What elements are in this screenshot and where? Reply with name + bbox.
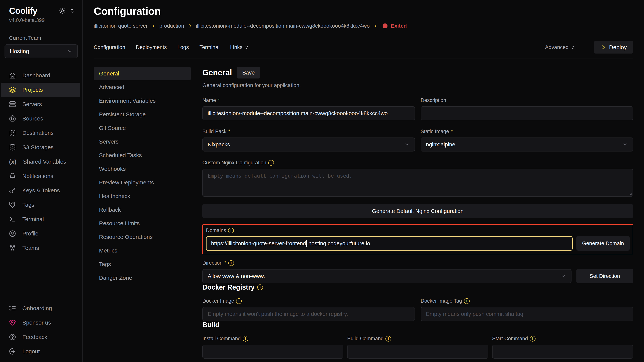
build-pack-label: Build Pack [202,129,226,134]
domains-input[interactable]: https://illicitonion-quote-server-fronte… [206,236,573,251]
generate-domain-button[interactable]: Generate Domain [576,236,630,251]
breadcrumb-project[interactable]: illicitonion quote server [94,23,148,29]
theme-select-button[interactable] [70,8,75,13]
info-icon[interactable]: i [386,336,391,342]
static-image-select[interactable]: nginx:alpine [421,137,633,151]
subnav-general[interactable]: General [94,67,191,80]
sidebar-item-sponsor-us[interactable]: Sponsor us [0,316,82,330]
main-content: Configuration illicitonion quote server … [83,0,644,362]
sidebar-item-profile[interactable]: Profile [0,226,82,241]
subnav-git-source[interactable]: Git Source [94,121,191,135]
subnav-scheduled-tasks[interactable]: Scheduled Tasks [94,148,191,162]
layers-icon [9,86,16,93]
required-asterisk: * [451,129,453,134]
sidebar-footer: Onboarding Sponsor us Feedback Logout [0,301,82,359]
info-icon[interactable]: i [464,298,470,304]
sidebar-item-sources[interactable]: Sources [0,111,82,126]
domains-highlight-box: Domainsi https://illicitonion-quote-serv… [202,224,633,254]
config-subnav: General Advanced Environment Variables P… [94,67,191,362]
subnav-servers[interactable]: Servers [94,135,191,148]
sidebar-item-s3-storages[interactable]: S3 Storages [0,140,82,155]
tab-logs[interactable]: Logs [177,44,189,50]
list-checks-icon [9,305,16,312]
subnav-environment-variables[interactable]: Environment Variables [94,94,191,108]
info-icon[interactable]: i [257,285,263,290]
subnav-rollback[interactable]: Rollback [94,203,191,217]
install-command-input[interactable] [202,345,344,359]
server-icon [9,101,16,108]
set-direction-button[interactable]: Set Direction [576,269,633,283]
subnav-persistent-storage[interactable]: Persistent Storage [94,108,191,121]
sidebar-item-logout[interactable]: Logout [0,344,82,359]
subnav-healthcheck[interactable]: Healthcheck [94,189,191,203]
subnav-webhooks[interactable]: Webhooks [94,162,191,176]
domains-label: Domains [206,228,226,233]
sidebar-item-feedback[interactable]: Feedback [0,330,82,344]
docker-image-tag-input[interactable] [421,307,633,321]
tab-terminal[interactable]: Terminal [200,44,220,50]
info-icon[interactable]: i [530,336,536,342]
subnav-advanced[interactable]: Advanced [94,80,191,94]
subnav-preview-deployments[interactable]: Preview Deployments [94,176,191,189]
subnav-resource-operations[interactable]: Resource Operations [94,230,191,244]
team-select[interactable]: Hosting [4,44,78,58]
database-icon [9,144,16,151]
team-select-value: Hosting [10,48,29,54]
chevron-down-icon [560,273,566,279]
sidebar-item-notifications[interactable]: Notifications [0,169,82,183]
advanced-dropdown[interactable]: Advanced [545,44,575,50]
sidebar-item-label: Servers [22,101,42,107]
description-field-group: Description [421,97,633,120]
subnav-metrics[interactable]: Metrics [94,244,191,257]
subnav-resource-limits[interactable]: Resource Limits [94,217,191,230]
sidebar-item-label: Destinations [22,130,54,136]
subnav-tags[interactable]: Tags [94,257,191,271]
docker-image-label: Docker Image [202,298,234,304]
sidebar-item-projects[interactable]: Projects [1,83,80,97]
sidebar-item-label: Profile [22,230,38,237]
sidebar-item-label: Logout [22,348,40,355]
info-icon[interactable]: i [268,160,274,166]
direction-select[interactable]: Allow www & non-www. [202,269,572,283]
build-command-input[interactable] [347,345,488,359]
build-heading: Build [202,321,633,329]
docker-image-input[interactable] [202,307,415,321]
sidebar-item-teams[interactable]: Teams [0,241,82,255]
home-icon [9,72,16,79]
tag-icon [9,201,16,208]
sidebar-item-tags[interactable]: Tags [0,198,82,212]
required-asterisk: * [224,260,226,266]
info-icon[interactable]: i [228,228,234,233]
subnav-danger-zone[interactable]: Danger Zone [94,271,191,285]
sidebar-item-shared-variables[interactable]: (x) Shared Variables [0,155,82,169]
build-pack-select[interactable]: Nixpacks [202,137,415,151]
tab-links[interactable]: Links [230,44,249,50]
sidebar-item-label: Dashboard [22,72,50,79]
name-input[interactable] [202,106,415,120]
general-form: General Save General configuration for y… [202,67,633,362]
sidebar-item-servers[interactable]: Servers [0,97,82,111]
breadcrumb-application[interactable]: illicitestonion/-module--decomposition:m… [196,23,370,29]
generate-nginx-button[interactable]: Generate Default Nginx Configuration [202,204,633,218]
info-icon[interactable]: i [228,260,234,266]
sidebar-item-terminal[interactable]: Terminal [0,212,82,226]
name-field-group: Name* [202,97,415,120]
tab-configuration[interactable]: Configuration [94,44,125,50]
description-input[interactable] [421,106,633,120]
sidebar-item-dashboard[interactable]: Dashboard [0,68,82,83]
theme-toggle-button[interactable] [59,7,66,14]
sidebar-item-onboarding[interactable]: Onboarding [0,301,82,316]
info-icon[interactable]: i [236,298,242,304]
breadcrumb-environment[interactable]: production [160,23,184,29]
deploy-button[interactable]: Deploy [594,41,633,53]
sidebar-item-destinations[interactable]: Destinations [0,126,82,140]
save-button[interactable]: Save [237,67,260,78]
parentheses-x-icon: (x) [9,158,17,165]
resize-handle-icon[interactable] [629,192,632,195]
start-command-input[interactable] [492,345,633,359]
sidebar-item-keys-tokens[interactable]: Keys & Tokens [0,183,82,198]
tab-deployments[interactable]: Deployments [136,44,167,50]
sidebar-item-label: Sponsor us [22,320,51,326]
custom-nginx-textarea[interactable] [202,169,633,197]
info-icon[interactable]: i [243,336,248,342]
